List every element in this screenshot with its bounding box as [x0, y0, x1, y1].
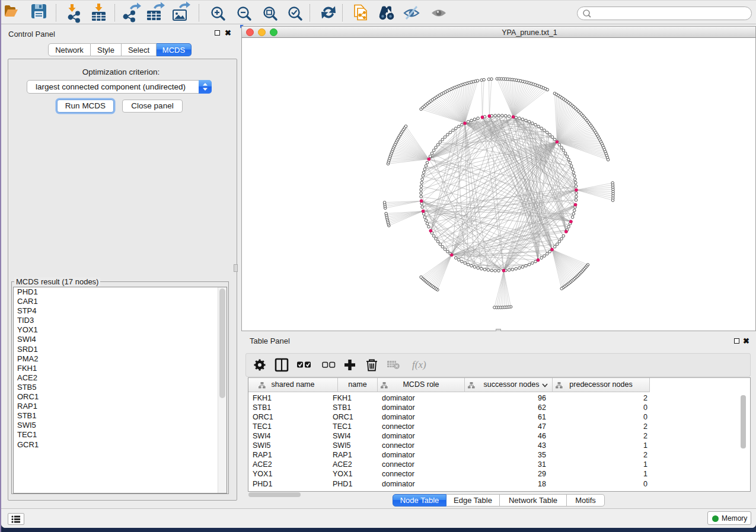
svg-text:f(x): f(x): [412, 359, 426, 370]
